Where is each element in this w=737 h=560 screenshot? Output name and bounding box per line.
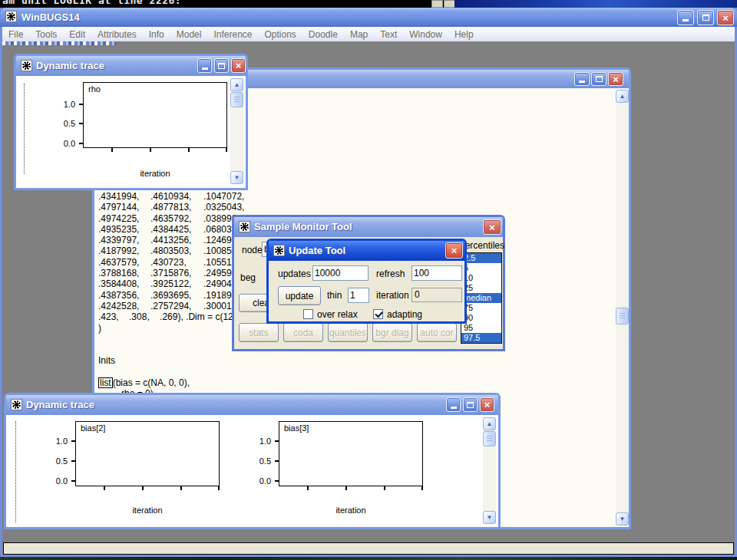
menu-item[interactable]: Doodle [302, 29, 344, 40]
percentile-item[interactable]: 95 [461, 323, 501, 333]
update-tool-titlebar[interactable]: Update Tool × [269, 241, 464, 261]
adapting-checkbox[interactable] [373, 309, 383, 319]
refresh-input[interactable] [411, 265, 462, 281]
percentile-item[interactable]: 75 [461, 303, 501, 313]
percentile-item[interactable]: 97.5 [461, 333, 501, 343]
menu-item[interactable]: Model [170, 29, 208, 40]
maximize-button[interactable] [463, 397, 478, 412]
node-label: node [242, 245, 263, 255]
blank-line [98, 367, 605, 377]
value-cell: .3925122, [150, 278, 203, 289]
trace-titlebar[interactable]: Dynamic trace × [6, 395, 498, 415]
minimize-button[interactable] [677, 10, 694, 25]
menu-item[interactable]: Attributes [91, 29, 143, 40]
x-axis-label: iteration [83, 169, 227, 178]
close-button[interactable]: × [480, 397, 494, 412]
minimize-button[interactable] [446, 397, 461, 412]
refresh-label: refresh [376, 268, 405, 279]
trace-scrollbar[interactable]: ▲ ▼ [483, 417, 496, 524]
value-cell: .3584408, [98, 278, 150, 289]
y-tick-label: 0.0 [55, 139, 75, 148]
close-button[interactable]: × [483, 219, 501, 235]
console-window-button[interactable] [444, 0, 455, 8]
percentile-item[interactable]: median [461, 293, 501, 303]
scroll-down-button[interactable]: ▼ [230, 171, 243, 184]
x-tick-mark [218, 486, 220, 490]
close-icon: × [613, 74, 619, 84]
scroll-thumb[interactable] [483, 431, 496, 446]
scroll-down-button[interactable]: ▼ [616, 512, 629, 525]
close-icon: × [484, 400, 491, 410]
menu-item[interactable]: File [2, 29, 29, 40]
close-button[interactable]: × [231, 58, 246, 73]
updates-input[interactable] [312, 265, 368, 281]
thin-input[interactable] [348, 288, 369, 303]
percentile-item[interactable]: 25 [461, 283, 501, 293]
update-tool-content: updates refresh update thin iteration 0 … [269, 261, 464, 321]
menu-item[interactable]: Inference [207, 29, 258, 40]
monitor-action-button[interactable]: coda [283, 323, 323, 342]
scroll-up-button[interactable]: ▲ [616, 90, 629, 103]
value-cell: .1047072, [203, 191, 244, 202]
minimize-icon [579, 81, 585, 83]
list-line: list(bias = c(NA, 0, 0), [98, 377, 605, 388]
percentile-item[interactable]: 90 [461, 313, 501, 323]
menu-item[interactable]: Window [403, 29, 448, 40]
scroll-up-button[interactable]: ▲ [230, 78, 243, 91]
maximize-button[interactable] [591, 72, 606, 86]
winbugs-dialog-icon [273, 245, 285, 256]
screen: am unit LOGLIK at line 2226: WinBUGS14 ×… [0, 0, 737, 560]
monitor-action-button[interactable]: stats [239, 323, 279, 342]
main-titlebar[interactable]: WinBUGS14 × [0, 8, 737, 27]
sample-monitor-titlebar[interactable]: Sample Monitor Tool × [234, 217, 503, 237]
close-button[interactable]: × [445, 242, 463, 259]
percentile-item[interactable]: 10 [461, 273, 501, 283]
value-cell: .0325043, [203, 202, 244, 212]
percentile-item[interactable]: 2.5 [461, 253, 501, 263]
trace-scrollbar[interactable]: ▲ ▼ [230, 78, 243, 184]
menu-item[interactable]: Info [143, 29, 170, 40]
menu-item[interactable]: Edit [63, 29, 91, 40]
y-tick-label: 1.0 [55, 100, 75, 109]
menu-item[interactable]: Text [374, 29, 403, 40]
x-tick-mark [180, 486, 182, 490]
scroll-up-button[interactable]: ▲ [483, 417, 496, 430]
list-keyword-selected[interactable]: list [98, 377, 113, 388]
maximize-button[interactable] [214, 58, 229, 73]
maximize-button[interactable] [697, 10, 714, 25]
percentiles-listbox[interactable]: 2.551025median75909597.5 [461, 252, 502, 344]
minimize-button[interactable] [574, 72, 590, 86]
y-tick-mark [275, 440, 279, 442]
menu-item[interactable]: Options [259, 29, 302, 40]
scroll-thumb[interactable] [616, 308, 629, 324]
window-title: Dynamic trace [26, 399, 94, 410]
y-tick-label: 0.5 [48, 456, 68, 466]
menu-item[interactable]: Map [344, 29, 374, 40]
document-scrollbar[interactable]: ▲ ▼ [616, 90, 629, 525]
update-button[interactable]: update [278, 286, 321, 305]
menu-item[interactable]: Help [448, 29, 480, 40]
scroll-thumb[interactable] [230, 92, 243, 107]
percentile-item[interactable]: 5 [461, 263, 501, 273]
console-window-button[interactable] [431, 0, 443, 8]
monitor-action-button[interactable]: auto cor [417, 323, 457, 342]
menu-item[interactable]: Tools [29, 29, 63, 40]
adapting-label: adapting [387, 309, 422, 320]
y-tick-mark [275, 480, 279, 482]
monitor-action-button[interactable]: quantiles [328, 323, 368, 342]
over-relax-checkbox[interactable] [303, 309, 313, 319]
bias2-plot-area: bias[2] [75, 421, 220, 486]
over-relax-label: over relax [317, 309, 358, 320]
close-button[interactable]: × [717, 10, 734, 25]
winbugs-doc-icon [21, 60, 32, 71]
value-cell: .2757294, [150, 301, 203, 311]
fold-margin-line [15, 421, 16, 522]
list-line-rest: (bias = c(NA, 0, 0), [113, 377, 190, 388]
close-button[interactable]: × [608, 72, 623, 86]
monitor-action-button[interactable]: bgr diag [372, 323, 412, 342]
minimize-button[interactable] [197, 58, 212, 73]
value-cell: .430723, [150, 257, 203, 268]
trace-titlebar[interactable]: Dynamic trace × [16, 56, 246, 76]
scroll-down-button[interactable]: ▼ [483, 511, 496, 524]
value-cell: .4803503, [150, 245, 203, 256]
